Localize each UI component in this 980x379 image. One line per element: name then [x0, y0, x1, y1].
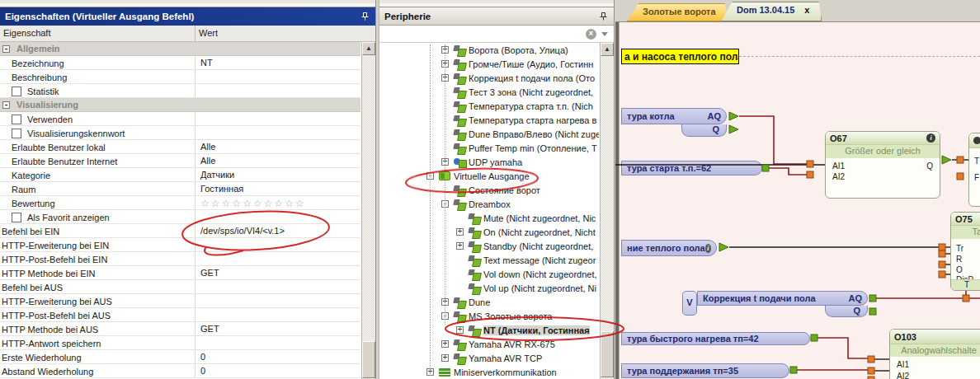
- property-row[interactable]: HTTP Methode bei AUSGET: [0, 322, 360, 336]
- property-value-cell[interactable]: [196, 238, 360, 251]
- port-R[interactable]: R: [956, 255, 962, 264]
- tree-item[interactable]: Температура старта т.п. (Nich: [379, 99, 599, 113]
- block-hold-temp[interactable]: тура поддержания тп=35: [621, 363, 789, 378]
- filter-dropdown-icon[interactable]: [601, 32, 608, 36]
- property-value-cell[interactable]: NT: [196, 56, 360, 69]
- tree-item[interactable]: +Yamaha AVR TCP: [379, 351, 599, 365]
- pin-icon[interactable]: [599, 12, 609, 21]
- tree-expander[interactable]: +: [441, 354, 449, 362]
- property-row[interactable]: Erlaubte Benutzer InternetAlle: [0, 154, 360, 168]
- tree-item[interactable]: +Громче/Тише (Аудио, Гостинн: [379, 57, 599, 71]
- column-header-value[interactable]: Wert: [196, 26, 221, 41]
- port-T[interactable]: T: [964, 280, 969, 289]
- property-row[interactable]: Beschreibung: [0, 70, 360, 84]
- port-AI1[interactable]: AI1: [832, 161, 845, 171]
- block-boiler-temp-q-row[interactable]: Q: [681, 124, 727, 137]
- tree-item[interactable]: Vol down (Nicht zugeordnet,: [379, 267, 599, 281]
- tree-expander[interactable]: +: [456, 326, 464, 334]
- property-value-cell[interactable]: Датчики: [196, 168, 360, 181]
- property-row[interactable]: Erste Wiederholung0: [0, 350, 360, 364]
- wiring-canvas[interactable]: а и насоса теплого пола тура котла AQ Q …: [615, 21, 980, 379]
- property-value-cell[interactable]: 0: [196, 350, 360, 363]
- property-value-cell[interactable]: [196, 336, 360, 349]
- property-group-row[interactable]: -Allgemein: [0, 42, 360, 56]
- property-value-cell[interactable]: Alle: [196, 154, 360, 167]
- property-row[interactable]: HTTP-Antwort speichern: [0, 336, 360, 350]
- property-value-cell[interactable]: [196, 252, 360, 265]
- property-value-cell[interactable]: Alle: [196, 140, 360, 153]
- port-Q[interactable]: Q: [926, 161, 933, 171]
- scrollbar-thumb[interactable]: [362, 341, 375, 378]
- port-AI2[interactable]: AI2: [897, 372, 909, 379]
- tree-item[interactable]: -Virtuelle Ausgange: [379, 169, 599, 183]
- tree-item[interactable]: Mute (Nicht zugeordnet, Nic: [379, 211, 599, 225]
- tree-scrollbar[interactable]: ▲: [600, 43, 614, 379]
- tree-item[interactable]: Температура старта нагрева в: [379, 113, 599, 127]
- property-row[interactable]: HTTP Methode bei EINGET: [0, 266, 360, 280]
- property-value-cell[interactable]: [196, 84, 360, 97]
- tree-item[interactable]: +Miniserverkommunikation: [379, 365, 599, 379]
- rating-stars[interactable]: ☆☆☆☆☆☆☆☆☆☆: [196, 196, 360, 209]
- tree-item[interactable]: -MS Золотые ворота: [379, 309, 599, 323]
- tree-item[interactable]: +UDP yamaha: [379, 155, 599, 169]
- block-korr-t-podachi[interactable]: Коррекция t подачи пола AQ: [697, 291, 868, 306]
- property-row[interactable]: RaumГостинная: [0, 182, 360, 196]
- port-Q[interactable]: Q: [853, 306, 860, 316]
- checkbox[interactable]: [12, 213, 21, 222]
- tree-item[interactable]: +Ворота (Ворота, Улица): [379, 43, 599, 57]
- property-value-cell[interactable]: [196, 294, 360, 307]
- port-AQ[interactable]: AQ: [708, 111, 722, 121]
- section-banner[interactable]: а и насоса теплого пола: [621, 49, 739, 64]
- property-row[interactable]: Abstand Wiederholung0: [0, 364, 360, 378]
- property-value-cell[interactable]: [196, 112, 360, 125]
- port-AI1[interactable]: AI1: [897, 360, 909, 369]
- tree-expander[interactable]: +: [441, 340, 449, 348]
- scroll-up-button[interactable]: ▲: [362, 42, 375, 55]
- checkbox[interactable]: [12, 115, 21, 124]
- property-value-cell[interactable]: [196, 308, 360, 321]
- port-Q[interactable]: Q: [712, 124, 719, 134]
- property-value-cell[interactable]: [196, 210, 360, 223]
- property-row[interactable]: Statistik: [0, 84, 360, 98]
- property-value-cell[interactable]: GET: [196, 266, 360, 279]
- tree-item[interactable]: Text message (Nicht zugeor: [379, 253, 599, 267]
- property-value-cell[interactable]: GET: [196, 322, 360, 335]
- block-clipped-right[interactable]: T F: [968, 133, 980, 207]
- property-row[interactable]: Visualisierungskennwort: [0, 126, 360, 140]
- block-floor-heating[interactable]: ние теплого пола i: [621, 240, 717, 256]
- property-value-cell[interactable]: /dev/sps/io/VI4/<v.1>: [196, 224, 360, 237]
- property-row[interactable]: BezeichnungNT: [0, 56, 360, 70]
- property-row[interactable]: Befehl bei AUS: [0, 280, 360, 294]
- scroll-up-button[interactable]: ▲: [601, 43, 614, 56]
- tree-item[interactable]: +NT (Датчики, Гостинная: [379, 323, 599, 337]
- port-Tr[interactable]: Tr: [956, 244, 964, 253]
- property-row[interactable]: Als Favorit anzeigen: [0, 210, 360, 224]
- tree-item[interactable]: +Standby (Nicht zugeordnet,: [379, 239, 599, 253]
- info-icon[interactable]: i: [705, 244, 711, 253]
- property-row[interactable]: HTTP-Erweiterung bei AUS: [0, 294, 360, 308]
- tab-dom-13-04-15[interactable]: Dom 13.04.15x: [721, 2, 822, 21]
- property-value-cell[interactable]: [196, 280, 360, 293]
- pin-icon[interactable]: [360, 12, 370, 21]
- checkbox[interactable]: [12, 129, 21, 138]
- tree-item[interactable]: Состояние ворот: [379, 183, 599, 197]
- property-row[interactable]: Erlaubte Benutzer lokalAlle: [0, 140, 360, 154]
- block-fast-heat[interactable]: тура быстрого нагрева тп=42: [621, 332, 810, 345]
- property-value-cell[interactable]: Гостинная: [196, 182, 360, 195]
- block-korr-q-row[interactable]: Q: [825, 306, 868, 317]
- property-group-row[interactable]: -Visualisierung: [0, 98, 360, 112]
- property-row[interactable]: HTTP-Post-Befehl bei AUS: [0, 308, 360, 322]
- group-collapse-icon[interactable]: -: [2, 45, 10, 53]
- scrollbar-thumb[interactable]: [601, 331, 614, 377]
- tree-expander[interactable]: +: [456, 228, 464, 236]
- tree-item[interactable]: +Коррекция t подачи пола (Ото: [379, 71, 599, 85]
- block-o75[interactable]: O75 Tas Tr R O DisP T: [950, 212, 980, 291]
- port-T[interactable]: T: [974, 157, 979, 166]
- tree-expander[interactable]: +: [456, 242, 464, 250]
- tree-item[interactable]: +Yamaha AVR RX-675: [379, 337, 599, 351]
- info-icon[interactable]: i: [926, 133, 935, 143]
- tree-item[interactable]: Puffer Temp min (Отопление, Т: [379, 141, 599, 155]
- clear-filter-icon[interactable]: ×: [586, 29, 596, 40]
- tree-item[interactable]: Dune Вправо/Влево (Nicht zuge: [379, 127, 599, 141]
- property-value-cell[interactable]: 0: [196, 364, 360, 377]
